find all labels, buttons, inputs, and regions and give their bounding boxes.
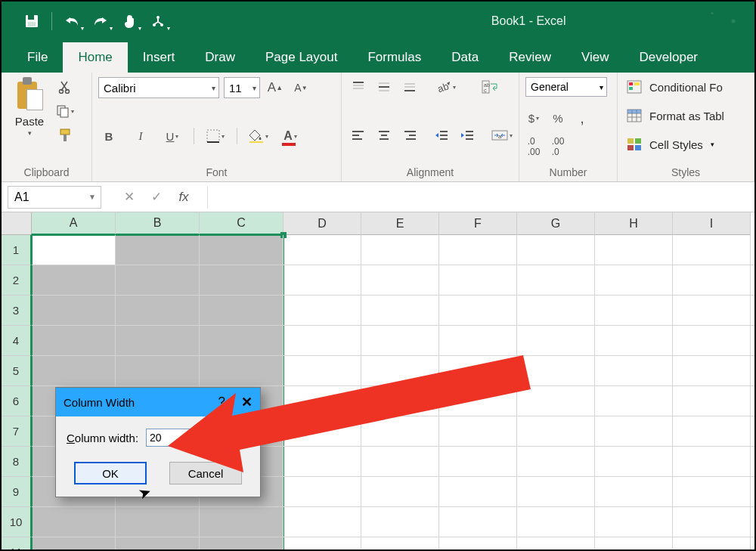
cancel-button[interactable]: Cancel: [169, 462, 242, 484]
customize-qat-button[interactable]: ▾: [144, 8, 172, 35]
column-header-i[interactable]: I: [673, 212, 751, 235]
row-header-7[interactable]: 7: [2, 416, 32, 447]
tab-file[interactable]: File: [12, 42, 63, 73]
redo-button[interactable]: ▾: [87, 8, 114, 35]
tab-draw[interactable]: Draw: [190, 42, 250, 73]
fill-color-button[interactable]: ▾: [248, 126, 269, 146]
orientation-button[interactable]: ab▾: [435, 77, 457, 97]
decrease-decimal-button[interactable]: .00.0: [550, 138, 566, 155]
format-as-table-button[interactable]: Format as Tabl: [649, 110, 724, 122]
tab-developer[interactable]: Developer: [624, 42, 714, 73]
number-format-combo[interactable]: General▾: [525, 77, 607, 97]
conditional-formatting-button[interactable]: Conditional Fo: [649, 81, 723, 94]
row-header-11[interactable]: 11: [2, 537, 32, 549]
worksheet-grid[interactable]: ABCDEFGHI 1234567891011: [2, 212, 754, 549]
undo-button[interactable]: ▾: [58, 8, 85, 35]
save-button[interactable]: [18, 8, 45, 35]
align-left-button[interactable]: [348, 125, 369, 145]
insert-function-button[interactable]: fx: [171, 186, 197, 209]
wrap-text-button[interactable]: abc: [479, 77, 500, 97]
column-header-g[interactable]: G: [517, 212, 595, 235]
dialog-title-bar[interactable]: Column Width ? ✕: [56, 388, 260, 416]
tab-home[interactable]: Home: [63, 42, 127, 73]
row-header-10[interactable]: 10: [2, 507, 32, 537]
cell-styles-button[interactable]: Cell Styles: [649, 138, 703, 151]
comma-format-button[interactable]: ,: [574, 110, 590, 126]
ribbon: Paste ▾ ▾ Clipboard: [2, 73, 754, 182]
align-bottom-button[interactable]: [399, 77, 420, 97]
formula-input[interactable]: [207, 186, 754, 209]
active-cell[interactable]: [32, 235, 116, 265]
column-header-a[interactable]: A: [32, 212, 116, 235]
decrease-indent-button[interactable]: [431, 125, 452, 145]
column-width-input[interactable]: [146, 429, 199, 447]
dialog-label: Column width:: [67, 432, 138, 444]
tab-formulas[interactable]: Formulas: [352, 42, 436, 73]
tab-review[interactable]: Review: [494, 42, 566, 73]
column-header-c[interactable]: C: [200, 212, 284, 235]
font-name-combo[interactable]: Calibri▾: [98, 77, 219, 98]
row-header-9[interactable]: 9: [2, 477, 32, 507]
tab-view[interactable]: View: [566, 42, 624, 73]
tab-data[interactable]: Data: [436, 42, 494, 73]
bold-button[interactable]: B: [98, 126, 119, 146]
font-size-value: 11: [229, 82, 242, 94]
tab-page-layout[interactable]: Page Layout: [250, 42, 352, 73]
window-title: Book1 - Excel: [491, 14, 566, 28]
row-header-1[interactable]: 1: [2, 235, 32, 265]
row-header-2[interactable]: 2: [2, 265, 32, 296]
percent-format-button[interactable]: %: [550, 110, 566, 126]
svg-rect-11: [60, 129, 70, 135]
svg-rect-16: [282, 143, 296, 146]
column-header-h[interactable]: H: [595, 212, 673, 235]
copy-button[interactable]: ▾: [54, 101, 76, 121]
row-header-8[interactable]: 8: [2, 447, 32, 477]
accept-formula-button[interactable]: ✓: [144, 186, 169, 209]
name-box[interactable]: A1 ▼: [8, 186, 101, 209]
increase-indent-button[interactable]: [457, 125, 478, 145]
column-header-e[interactable]: E: [361, 212, 439, 235]
tab-insert[interactable]: Insert: [128, 42, 191, 73]
decrease-font-button[interactable]: A▼: [290, 78, 311, 98]
row-header-5[interactable]: 5: [2, 356, 32, 386]
svg-text:ab: ab: [436, 80, 450, 94]
ok-button[interactable]: OK: [74, 462, 147, 484]
select-all-button[interactable]: [2, 212, 32, 235]
dialog-help-button[interactable]: ?: [218, 395, 225, 410]
format-painter-button[interactable]: [54, 125, 76, 145]
row-header-3[interactable]: 3: [2, 296, 32, 326]
merge-center-button[interactable]: a▾: [491, 125, 513, 145]
cancel-formula-button[interactable]: ✕: [116, 186, 142, 209]
align-center-button[interactable]: [373, 125, 395, 145]
column-header-b[interactable]: B: [116, 212, 200, 235]
column-header-f[interactable]: F: [439, 212, 517, 235]
align-middle-button[interactable]: [373, 77, 395, 97]
borders-button[interactable]: ▾: [205, 126, 226, 146]
row-header-6[interactable]: 6: [2, 386, 32, 416]
svg-rect-58: [635, 138, 641, 144]
row-header-4[interactable]: 4: [2, 326, 32, 356]
font-size-combo[interactable]: 11▾: [224, 77, 260, 98]
cut-button[interactable]: [54, 77, 76, 97]
svg-text:a: a: [498, 133, 502, 140]
align-right-button[interactable]: [399, 125, 420, 145]
column-header-d[interactable]: D: [284, 212, 361, 235]
align-top-button[interactable]: [348, 77, 369, 97]
svg-rect-12: [64, 135, 67, 141]
paste-button[interactable]: Paste ▾: [8, 77, 51, 141]
selection-fill-handle[interactable]: [280, 232, 287, 238]
group-alignment: ab▾ abc a▾: [342, 73, 519, 181]
increase-font-button[interactable]: A▲: [265, 78, 286, 98]
dialog-close-button[interactable]: ✕: [241, 394, 253, 410]
underline-button[interactable]: U▾: [162, 126, 183, 146]
title-bar: ▾ ▾ ▾ ▾ Book1 - Excel: [2, 2, 754, 41]
column-width-dialog: Column Width ? ✕ Column width: OK Cancel: [55, 387, 261, 497]
italic-button[interactable]: I: [130, 126, 151, 146]
accounting-format-button[interactable]: $▾: [525, 110, 542, 126]
touch-mode-button[interactable]: ▾: [116, 8, 143, 35]
svg-rect-56: [627, 110, 641, 113]
increase-decimal-button[interactable]: .0.00: [525, 138, 542, 155]
font-color-button[interactable]: A ▾: [280, 126, 301, 146]
app-frame: ▾ ▾ ▾ ▾ Book1 - Excel File Home Insert D…: [0, 0, 756, 551]
svg-rect-4: [157, 19, 159, 22]
